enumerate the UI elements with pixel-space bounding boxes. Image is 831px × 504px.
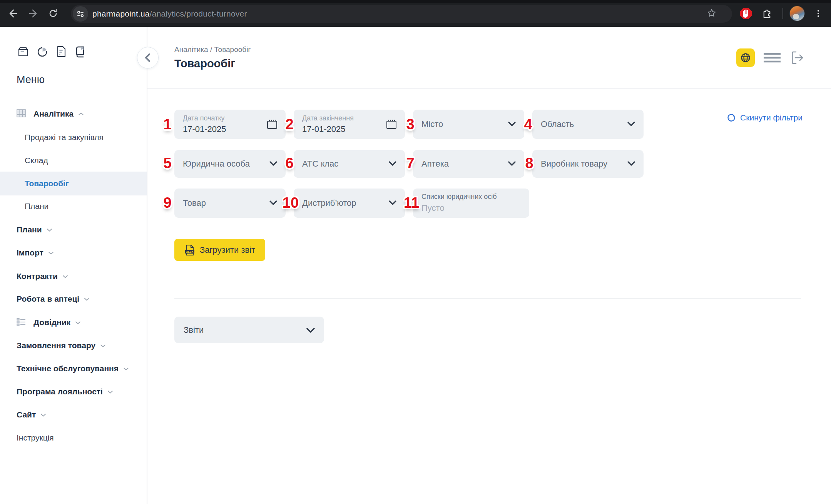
sidebar-item-contracts[interactable]: Контракти: [0, 269, 147, 284]
sidebar-item-site[interactable]: Сайт: [0, 407, 147, 422]
profile-avatar[interactable]: [789, 6, 805, 21]
chevron-down-icon: [40, 413, 46, 417]
sidebar-item-loyalty-program[interactable]: Програма лояльності: [0, 384, 147, 399]
sidebar-item-instruction[interactable]: Інструкція: [0, 430, 147, 446]
reload-icon[interactable]: [45, 6, 61, 21]
annotation-5: 5: [163, 155, 171, 172]
chevron-down-icon: [100, 344, 106, 347]
page-header: Аналітика / Товарообіг Товарообіг: [147, 27, 831, 89]
sidebar-item-product-orders[interactable]: Замовлення товару: [0, 338, 147, 353]
sidebar: Меню Аналітика Продажі та закупівля Скла…: [0, 27, 147, 504]
chevron-down-icon: [75, 321, 81, 324]
url-path: /analytics/product-turnover: [150, 9, 247, 18]
annotation-9: 9: [163, 195, 171, 211]
logout-icon[interactable]: [789, 50, 806, 66]
chevron-down-icon: [123, 367, 129, 370]
chevron-down-icon: [389, 160, 396, 167]
annotation-2: 2: [285, 116, 293, 133]
distributor-select[interactable]: Дистриб’ютор: [294, 189, 405, 218]
document-icon[interactable]: [55, 45, 67, 60]
chevron-down-icon: [107, 390, 113, 394]
chevron-down-icon: [508, 160, 516, 167]
section-divider: [174, 298, 801, 299]
sidebar-collapse-button[interactable]: [137, 47, 159, 68]
end-date-field[interactable]: Дата закінчення 17-01-2025: [294, 110, 405, 139]
city-select[interactable]: Місто: [413, 110, 524, 139]
chevron-down-icon: [306, 325, 315, 335]
legal-entity-select[interactable]: Юридична особа: [174, 150, 286, 178]
calendar-icon[interactable]: [266, 119, 278, 131]
grid-icon: [17, 109, 26, 119]
main-panel: Аналітика / Товарообіг Товарообіг: [147, 27, 831, 504]
language-globe-button[interactable]: [736, 48, 755, 67]
window-top-strip: [0, 0, 831, 3]
back-icon[interactable]: [5, 6, 21, 21]
browser-menu-icon[interactable]: [811, 6, 826, 21]
product-select[interactable]: Товар: [174, 189, 286, 218]
menu-title: Меню: [17, 74, 45, 86]
reports-dropdown[interactable]: Звіти: [174, 317, 324, 343]
sidebar-item-analytics[interactable]: Аналітика: [0, 106, 147, 122]
chevron-down-icon: [269, 200, 277, 207]
sidebar-item-directory[interactable]: Довідник: [0, 315, 147, 330]
svg-text:XLSX: XLSX: [186, 250, 194, 253]
toolbar-divider: [783, 8, 783, 19]
chevron-up-icon: [78, 112, 84, 116]
url-bar[interactable]: pharmapoint.ua/analytics/product-turnove…: [71, 5, 732, 23]
reset-icon: [726, 113, 736, 123]
chevron-down-icon: [627, 160, 635, 167]
url-text: pharmapoint.ua/analytics/product-turnove…: [92, 9, 247, 18]
start-date-field[interactable]: Дата початку 17-01-2025: [174, 110, 286, 139]
extensions-puzzle-icon[interactable]: [759, 6, 775, 21]
pie-chart-icon[interactable]: [36, 45, 49, 60]
page-title: Товарообіг: [174, 57, 251, 70]
sidebar-item-plans[interactable]: Плани: [0, 222, 147, 237]
sidebar-item-warehouse[interactable]: Склад: [0, 153, 147, 168]
browser-toolbar: pharmapoint.ua/analytics/product-turnove…: [0, 0, 831, 27]
sidebar-item-turnover-active[interactable]: Товарообіг: [0, 172, 147, 195]
reset-filters-link[interactable]: Скинути фільтри: [726, 113, 803, 123]
chevron-down-icon: [627, 121, 635, 128]
bookmark-star-icon[interactable]: [707, 8, 717, 20]
content-area: Скинути фільтри Дата початку 17-01-2025: [147, 89, 831, 504]
book-icon[interactable]: [74, 45, 87, 60]
download-report-button[interactable]: XLSX Загрузити звіт: [174, 239, 265, 261]
atc-class-select[interactable]: АТС клас: [294, 150, 405, 178]
breadcrumb: Аналітика / Товарообіг: [174, 45, 251, 54]
chevron-down-icon: [62, 275, 68, 278]
manufacturer-select[interactable]: Виробник товару: [532, 150, 644, 178]
legal-entity-lists-field[interactable]: Списки юридичних осіб Пусто: [413, 189, 529, 218]
menu-lines-icon[interactable]: [763, 51, 781, 65]
url-domain: pharmapoint.ua: [92, 9, 150, 18]
chevron-down-icon: [47, 228, 52, 232]
xlsx-file-icon: XLSX: [184, 244, 195, 256]
annotation-4: 4: [524, 116, 532, 133]
calendar-icon[interactable]: [386, 119, 397, 131]
box-icon[interactable]: [17, 45, 30, 60]
annotation-6: 6: [285, 155, 293, 172]
sidebar-item-plans-sub[interactable]: Плани: [0, 199, 147, 214]
sidebar-item-pharmacy-work[interactable]: Робота в аптеці: [0, 291, 147, 307]
chevron-down-icon: [84, 297, 90, 301]
chevron-down-icon: [269, 160, 277, 167]
chevron-down-icon: [48, 251, 54, 255]
sidebar-item-sales-purchases[interactable]: Продажі та закупівля: [0, 130, 147, 145]
list-icon: [17, 318, 26, 327]
pharmacy-select[interactable]: Аптека: [413, 150, 524, 178]
annotation-1: 1: [163, 116, 171, 133]
forward-icon[interactable]: [25, 6, 41, 21]
chevron-down-icon: [389, 200, 396, 207]
region-select[interactable]: Область: [532, 110, 644, 139]
sidebar-item-import[interactable]: Імпорт: [0, 245, 147, 260]
adblock-extension-icon[interactable]: [738, 6, 754, 21]
sidebar-item-maintenance[interactable]: Технічне обслуговування: [0, 361, 147, 376]
chevron-down-icon: [508, 121, 516, 128]
site-info-icon[interactable]: [73, 6, 88, 22]
